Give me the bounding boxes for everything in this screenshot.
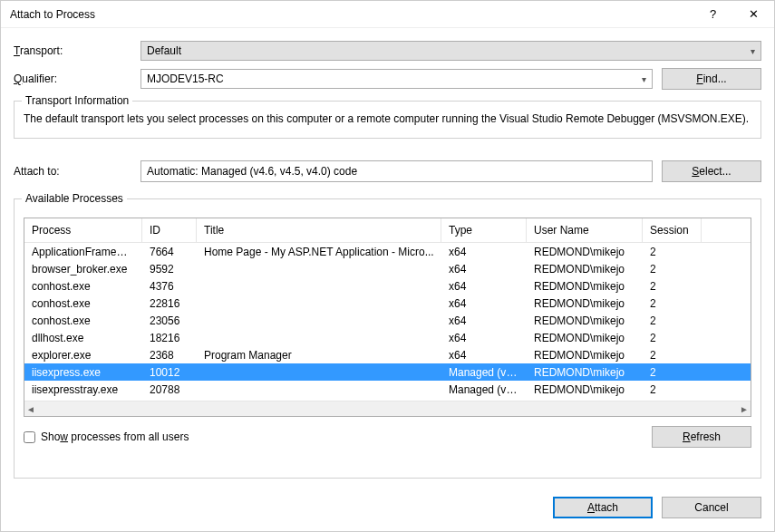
transport-label: Transport: [14, 44, 140, 57]
table-row[interactable]: browser_broker.exe9592x64REDMOND\mikejo2 [24, 260, 751, 277]
table-cell: 23056 [142, 314, 197, 327]
column-type[interactable]: Type [441, 218, 527, 242]
table-cell: 2 [643, 349, 702, 362]
close-button[interactable]: ✕ [733, 1, 774, 28]
qualifier-value: MJODEV15-RC [147, 73, 224, 85]
table-cell: 2 [643, 297, 702, 310]
window-title: Attach to Process [10, 8, 693, 21]
process-table-body[interactable]: ApplicationFrameHos...7664Home Page - My… [24, 243, 751, 401]
column-id[interactable]: ID [142, 218, 197, 242]
table-cell: REDMOND\mikejo [527, 280, 643, 293]
table-cell: x64 [441, 263, 527, 276]
table-cell: 7664 [142, 246, 197, 258]
table-cell: 2 [643, 383, 702, 396]
table-cell: x64 [441, 349, 527, 362]
table-cell: ApplicationFrameHos... [24, 246, 142, 258]
table-cell: iisexpresstray.exe [24, 383, 142, 396]
table-cell: x64 [441, 314, 527, 327]
table-row[interactable]: iisexpress.exe10012Managed (v4....REDMON… [24, 363, 751, 381]
scroll-left-icon[interactable]: ◄ [26, 404, 35, 414]
table-cell: 20788 [142, 383, 197, 396]
transport-info-text: The default transport lets you select pr… [24, 111, 751, 127]
table-cell: 2368 [142, 349, 197, 362]
table-cell: Program Manager [197, 349, 441, 362]
table-cell: REDMOND\mikejo [527, 297, 643, 310]
show-all-users-input[interactable] [24, 431, 35, 443]
table-cell: 22816 [142, 297, 197, 310]
transport-value: Default [147, 44, 181, 57]
table-cell: REDMOND\mikejo [527, 366, 643, 379]
column-user[interactable]: User Name [527, 218, 643, 242]
table-cell: x64 [441, 332, 527, 344]
table-cell: explorer.exe [24, 349, 142, 362]
table-cell: dllhost.exe [24, 332, 142, 344]
attach-button[interactable]: Attach [553, 497, 653, 518]
table-cell: 10012 [142, 366, 197, 379]
table-cell: REDMOND\mikejo [527, 332, 643, 344]
process-table: Process ID Title Type User Name Session … [24, 218, 751, 417]
table-cell: Managed (v4.... [441, 383, 527, 396]
qualifier-label: Qualifier: [14, 73, 140, 85]
table-cell: Managed (v4.... [441, 366, 527, 379]
table-cell: REDMOND\mikejo [527, 349, 643, 362]
table-cell: REDMOND\mikejo [527, 383, 643, 396]
transport-combo[interactable]: Default ▾ [140, 41, 761, 61]
table-cell: 2 [643, 280, 702, 293]
qualifier-combo[interactable]: MJODEV15-RC ▾ [140, 69, 653, 89]
table-cell: 2 [643, 263, 702, 276]
table-cell: Home Page - My ASP.NET Application - Mic… [197, 246, 441, 258]
table-cell: 2 [643, 246, 702, 258]
titlebar: Attach to Process ? ✕ [1, 1, 774, 28]
table-row[interactable]: dllhost.exe18216x64REDMOND\mikejo2 [24, 329, 751, 346]
column-session[interactable]: Session [643, 218, 702, 242]
table-row[interactable]: conhost.exe4376x64REDMOND\mikejo2 [24, 277, 751, 295]
dialog-content: Transport: Default ▾ Qualifier: MJODEV15… [1, 28, 774, 489]
select-button[interactable]: Select... [662, 160, 761, 182]
table-cell: 18216 [142, 332, 197, 344]
help-button[interactable]: ? [693, 1, 733, 28]
attach-to-row: Attach to: Automatic: Managed (v4.6, v4.… [14, 160, 761, 182]
attach-to-value: Automatic: Managed (v4.6, v4.5, v4.0) co… [140, 160, 653, 182]
table-cell: x64 [441, 297, 527, 310]
table-row[interactable]: explorer.exe2368Program Managerx64REDMON… [24, 346, 751, 363]
window-controls: ? ✕ [693, 1, 774, 28]
table-cell: 2 [643, 314, 702, 327]
column-title[interactable]: Title [197, 218, 441, 242]
table-row[interactable]: conhost.exe22816x64REDMOND\mikejo2 [24, 295, 751, 312]
table-cell: conhost.exe [24, 297, 142, 310]
table-cell: x64 [441, 280, 527, 293]
table-cell: conhost.exe [24, 280, 142, 293]
dialog-footer: Attach Cancel [1, 489, 774, 531]
find-button[interactable]: Find... [662, 68, 761, 90]
table-cell: browser_broker.exe [24, 263, 142, 276]
table-cell: 9592 [142, 263, 197, 276]
table-row[interactable]: ApplicationFrameHos...7664Home Page - My… [24, 243, 751, 260]
table-cell: 4376 [142, 280, 197, 293]
transport-info-legend: Transport Information [22, 94, 132, 107]
transport-row: Transport: Default ▾ [14, 41, 761, 61]
table-row[interactable]: iisexpresstray.exe20788Managed (v4....RE… [24, 381, 751, 398]
chevron-down-icon: ▾ [751, 46, 755, 56]
table-row[interactable]: conhost.exe23056x64REDMOND\mikejo2 [24, 312, 751, 329]
table-cell: 2 [643, 332, 702, 344]
show-all-users-label: Show processes from all users [41, 430, 189, 443]
table-cell: 2 [643, 366, 702, 379]
scroll-right-icon[interactable]: ► [740, 404, 749, 414]
table-cell: conhost.exe [24, 314, 142, 327]
qualifier-row: Qualifier: MJODEV15-RC ▾ Find... [14, 68, 761, 90]
column-process[interactable]: Process [24, 218, 142, 242]
available-processes-group: Available Processes Process ID Title Typ… [14, 198, 761, 479]
table-cell: REDMOND\mikejo [527, 246, 643, 258]
available-processes-legend: Available Processes [22, 192, 127, 205]
horizontal-scrollbar[interactable]: ◄ ► [24, 401, 751, 416]
show-all-users-checkbox[interactable]: Show processes from all users [24, 430, 189, 443]
refresh-button[interactable]: Refresh [652, 426, 751, 448]
table-cell: REDMOND\mikejo [527, 314, 643, 327]
attach-to-label: Attach to: [14, 165, 140, 178]
process-table-header: Process ID Title Type User Name Session [24, 218, 751, 243]
transport-info-group: Transport Information The default transp… [14, 101, 761, 139]
table-cell: REDMOND\mikejo [527, 263, 643, 276]
table-cell: iisexpress.exe [24, 366, 142, 379]
cancel-button[interactable]: Cancel [662, 497, 761, 518]
process-options-row: Show processes from all users Refresh [24, 426, 751, 448]
